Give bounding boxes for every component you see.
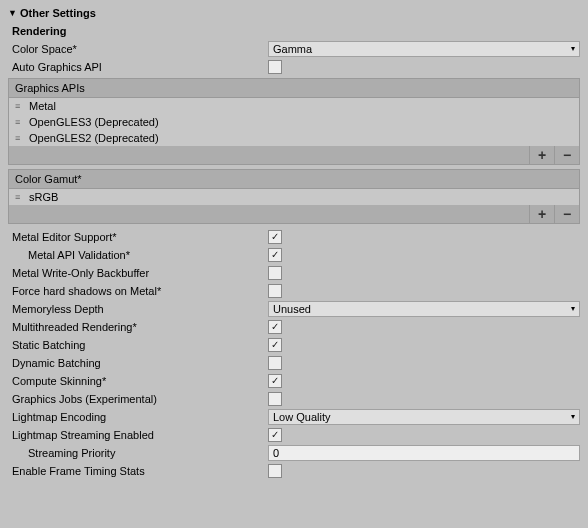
memoryless-depth-dropdown[interactable]: Unused ▾ — [268, 301, 580, 317]
lightmap-encoding-label: Lightmap Encoding — [12, 411, 268, 423]
graphics-apis-title: Graphics APIs — [15, 82, 85, 94]
memoryless-depth-label: Memoryless Depth — [12, 303, 268, 315]
chevron-down-icon: ▾ — [571, 45, 575, 53]
streaming-priority-label: Streaming Priority — [28, 447, 268, 459]
chevron-down-icon: ▾ — [571, 305, 575, 313]
other-settings-header[interactable]: ▼ Other Settings — [4, 4, 584, 22]
color-gamut-header: Color Gamut* — [8, 169, 580, 189]
list-item-label: Metal — [29, 100, 56, 112]
static-batching-checkbox[interactable] — [268, 338, 282, 352]
list-item-label: OpenGLES2 (Deprecated) — [29, 132, 159, 144]
force-hard-shadows-checkbox[interactable] — [268, 284, 282, 298]
drag-handle-icon[interactable]: ≡ — [15, 101, 29, 111]
dynamic-batching-label: Dynamic Batching — [12, 357, 268, 369]
metal-write-only-label: Metal Write-Only Backbuffer — [12, 267, 268, 279]
drag-handle-icon[interactable]: ≡ — [15, 117, 29, 127]
metal-editor-support-label: Metal Editor Support* — [12, 231, 268, 243]
frame-timing-stats-checkbox[interactable] — [268, 464, 282, 478]
auto-graphics-api-label: Auto Graphics API — [12, 61, 268, 73]
lightmap-encoding-value: Low Quality — [273, 411, 571, 423]
graphics-apis-remove-button[interactable]: − — [554, 146, 579, 164]
force-hard-shadows-label: Force hard shadows on Metal* — [12, 285, 268, 297]
list-item-label: sRGB — [29, 191, 58, 203]
compute-skinning-label: Compute Skinning* — [12, 375, 268, 387]
multithreaded-rendering-label: Multithreaded Rendering* — [12, 321, 268, 333]
rendering-subheader: Rendering — [4, 22, 584, 40]
graphics-jobs-label: Graphics Jobs (Experimental) — [12, 393, 268, 405]
list-item[interactable]: ≡OpenGLES2 (Deprecated) — [9, 130, 579, 146]
dynamic-batching-checkbox[interactable] — [268, 356, 282, 370]
color-space-value: Gamma — [273, 43, 571, 55]
lightmap-streaming-checkbox[interactable] — [268, 428, 282, 442]
lightmap-streaming-label: Lightmap Streaming Enabled — [12, 429, 268, 441]
metal-api-validation-checkbox[interactable] — [268, 248, 282, 262]
frame-timing-stats-label: Enable Frame Timing Stats — [12, 465, 268, 477]
foldout-arrow-icon: ▼ — [8, 9, 18, 18]
list-item-label: OpenGLES3 (Deprecated) — [29, 116, 159, 128]
list-item[interactable]: ≡OpenGLES3 (Deprecated) — [9, 114, 579, 130]
color-space-label: Color Space* — [12, 43, 268, 55]
color-space-dropdown[interactable]: Gamma ▾ — [268, 41, 580, 57]
static-batching-label: Static Batching — [12, 339, 268, 351]
lightmap-encoding-dropdown[interactable]: Low Quality ▾ — [268, 409, 580, 425]
drag-handle-icon[interactable]: ≡ — [15, 133, 29, 143]
memoryless-depth-value: Unused — [273, 303, 571, 315]
color-gamut-list: Color Gamut* ≡sRGB + − — [8, 169, 580, 224]
metal-write-only-checkbox[interactable] — [268, 266, 282, 280]
auto-graphics-api-checkbox[interactable] — [268, 60, 282, 74]
graphics-jobs-checkbox[interactable] — [268, 392, 282, 406]
multithreaded-rendering-checkbox[interactable] — [268, 320, 282, 334]
color-gamut-add-button[interactable]: + — [529, 205, 554, 223]
graphics-apis-header: Graphics APIs — [8, 78, 580, 98]
other-settings-title: Other Settings — [20, 7, 96, 19]
graphics-apis-list: Graphics APIs ≡Metal≡OpenGLES3 (Deprecat… — [8, 78, 580, 165]
metal-api-validation-label: Metal API Validation* — [28, 249, 268, 261]
list-item[interactable]: ≡sRGB — [9, 189, 579, 205]
drag-handle-icon[interactable]: ≡ — [15, 192, 29, 202]
list-item[interactable]: ≡Metal — [9, 98, 579, 114]
color-gamut-title: Color Gamut* — [15, 173, 82, 185]
graphics-apis-add-button[interactable]: + — [529, 146, 554, 164]
compute-skinning-checkbox[interactable] — [268, 374, 282, 388]
color-gamut-remove-button[interactable]: − — [554, 205, 579, 223]
streaming-priority-input[interactable] — [268, 445, 580, 461]
metal-editor-support-checkbox[interactable] — [268, 230, 282, 244]
chevron-down-icon: ▾ — [571, 413, 575, 421]
